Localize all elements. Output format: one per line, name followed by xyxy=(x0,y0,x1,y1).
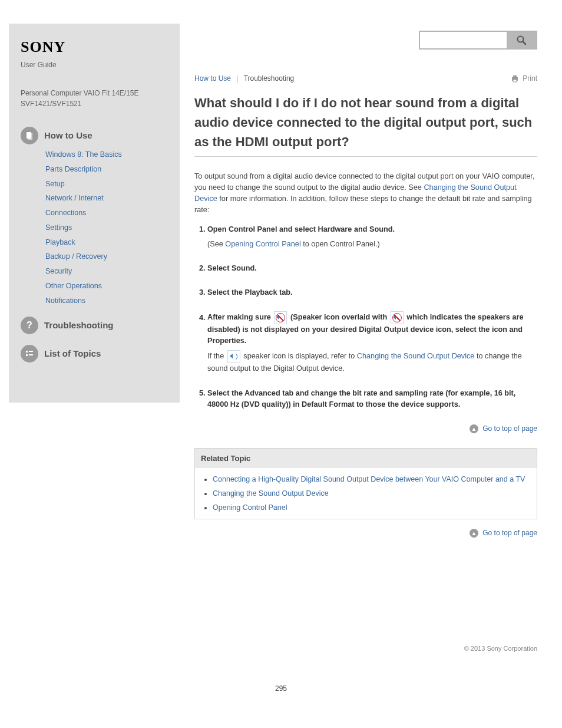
nav-list-of-topics-label: List of Topics xyxy=(44,347,101,361)
search-input[interactable] xyxy=(420,32,507,48)
model-line: Personal Computer VAIO Fit 14E/15E SVF14… xyxy=(21,88,168,109)
page-icon xyxy=(21,127,38,144)
svg-rect-1 xyxy=(28,133,32,140)
logo-subtitle: User Guide xyxy=(21,60,168,70)
nav-how-to-use-list: Windows 8: The Basics Parts Description … xyxy=(21,149,168,306)
go-to-top-link[interactable]: ▲ Go to top of page xyxy=(194,528,537,538)
related-link[interactable]: Connecting a High-Quality Digital Sound … xyxy=(213,475,525,483)
footer-copyright: © 2013 Sony Corporation xyxy=(0,620,562,666)
svg-rect-5 xyxy=(29,354,33,355)
svg-rect-2 xyxy=(26,351,28,353)
step-1: Open Control Panel and select Hardware a… xyxy=(207,224,537,250)
how-to-use-link[interactable]: How to Use xyxy=(194,74,231,83)
sidebar-item[interactable]: Parts Description xyxy=(45,165,101,173)
search-icon xyxy=(516,35,527,45)
related-topic-box: Related Topic Connecting a High-Quality … xyxy=(194,448,537,520)
inline-link[interactable]: Changing the Sound Output Device xyxy=(357,353,475,361)
sidebar-item[interactable]: Other Operations xyxy=(45,282,102,290)
sidebar-item[interactable]: Connections xyxy=(45,209,87,217)
nav-list-of-topics-head[interactable]: List of Topics xyxy=(21,345,168,363)
speaker-disabled-icon xyxy=(391,311,404,324)
search-row xyxy=(194,31,537,50)
speaker-icon xyxy=(227,350,240,363)
body-text: To output sound from a digital audio dev… xyxy=(194,171,537,538)
svg-line-7 xyxy=(523,42,526,45)
svg-rect-9 xyxy=(513,75,517,78)
svg-rect-4 xyxy=(26,354,28,356)
nav-troubleshooting-head[interactable]: ? Troubleshooting xyxy=(21,317,168,334)
top-row: How to Use | Troubleshooting Print xyxy=(194,73,537,84)
sidebar-item[interactable]: Setup xyxy=(45,180,65,188)
sidebar-item[interactable]: Security xyxy=(45,267,72,275)
brand-logo: SONY xyxy=(21,35,168,58)
breadcrumb: Troubleshooting xyxy=(244,74,295,83)
search-button[interactable] xyxy=(507,32,536,48)
related-link[interactable]: Opening Control Panel xyxy=(213,503,287,512)
inline-link[interactable]: Changing the Sound Output Device xyxy=(194,183,517,203)
sidebar-item[interactable]: Playback xyxy=(45,238,75,246)
nav-how-to-use-label: How to Use xyxy=(44,129,92,143)
page-number: 295 xyxy=(0,666,562,706)
page-title: What should I do if I do not hear sound … xyxy=(194,93,537,151)
sidebar: SONY User Guide Personal Computer VAIO F… xyxy=(9,24,180,403)
list-icon xyxy=(21,345,38,363)
main-content: How to Use | Troubleshooting Print What … xyxy=(194,0,562,620)
sidebar-item[interactable]: Notifications xyxy=(45,297,85,305)
print-label: Print xyxy=(523,73,537,84)
svg-rect-3 xyxy=(29,351,33,352)
step-4: After making sure (Speaker icon overlaid… xyxy=(207,311,537,374)
related-link[interactable]: Changing the Sound Output Device xyxy=(213,489,329,498)
go-to-top-link[interactable]: ▲ Go to top of page xyxy=(194,423,537,434)
sidebar-item[interactable]: Backup / Recovery xyxy=(45,252,107,261)
sidebar-item[interactable]: Network / Internet xyxy=(45,194,104,202)
question-icon: ? xyxy=(21,317,38,334)
step-5: Select the Advanced tab and change the b… xyxy=(207,388,537,410)
sidebar-item[interactable]: Settings xyxy=(45,223,72,232)
step-2: Select Sound. xyxy=(207,263,537,274)
svg-rect-10 xyxy=(513,80,517,82)
intro-paragraph: To output sound from a digital audio dev… xyxy=(194,171,537,216)
title-rule xyxy=(194,156,537,157)
step-3: Select the Playback tab. xyxy=(207,287,537,298)
inline-link[interactable]: Opening Control Panel xyxy=(225,240,300,248)
speaker-disabled-icon xyxy=(274,311,287,324)
up-arrow-icon: ▲ xyxy=(470,529,478,538)
print-icon xyxy=(511,74,519,83)
steps-list: Open Control Panel and select Hardware a… xyxy=(194,224,537,410)
nav-troubleshooting-label: Troubleshooting xyxy=(44,319,114,332)
up-arrow-icon: ▲ xyxy=(470,424,478,433)
sidebar-item[interactable]: Windows 8: The Basics xyxy=(45,150,122,159)
nav-how-to-use-head: How to Use xyxy=(21,127,168,144)
search-box xyxy=(419,31,537,50)
related-topic-head: Related Topic xyxy=(195,449,537,469)
print-link[interactable]: Print xyxy=(511,73,537,84)
divider: | xyxy=(236,74,238,83)
